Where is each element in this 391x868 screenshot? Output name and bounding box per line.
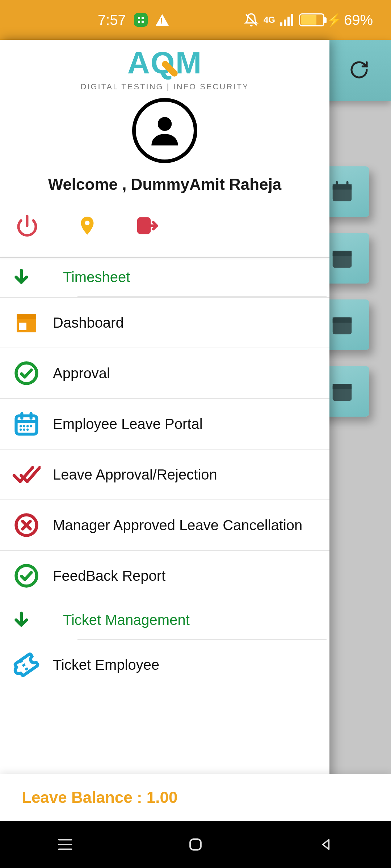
svg-rect-11 bbox=[336, 181, 338, 187]
battery-percent: 69% bbox=[344, 12, 373, 28]
chevron-down-icon bbox=[12, 610, 30, 630]
calendar-icon bbox=[12, 410, 41, 438]
svg-point-34 bbox=[26, 425, 29, 427]
svg-rect-6 bbox=[284, 20, 286, 26]
menu-list-ticket: Ticket Employee bbox=[0, 640, 329, 690]
warning-icon bbox=[156, 14, 169, 26]
menu-item-elp[interactable]: Employee Leave Portal bbox=[0, 399, 329, 450]
svg-line-44 bbox=[20, 660, 28, 672]
network-label: 4G bbox=[264, 15, 275, 25]
svg-rect-1 bbox=[142, 17, 144, 19]
svg-point-38 bbox=[26, 429, 29, 431]
status-app-icon bbox=[134, 13, 148, 27]
svg-point-19 bbox=[158, 117, 172, 131]
svg-rect-2 bbox=[138, 21, 140, 23]
menu-item-ticket-employee[interactable]: Ticket Employee bbox=[0, 640, 329, 690]
menu-list: Dashboard Approval Employee Leave Portal… bbox=[0, 297, 329, 601]
logout-button[interactable] bbox=[135, 213, 160, 238]
menu-item-feedback[interactable]: FeedBack Report bbox=[0, 551, 329, 601]
svg-point-37 bbox=[23, 429, 25, 431]
sync-icon[interactable] bbox=[349, 60, 369, 81]
svg-rect-25 bbox=[17, 314, 36, 319]
svg-rect-5 bbox=[280, 22, 282, 26]
logo: AQM DIGITAL TESTING | INFO SECURITY bbox=[80, 45, 249, 92]
menu-label: FeedBack Report bbox=[53, 568, 165, 584]
action-row bbox=[0, 193, 329, 249]
svg-point-32 bbox=[20, 425, 22, 427]
nav-drawer: AQM DIGITAL TESTING | INFO SECURITY Welc… bbox=[0, 40, 329, 821]
menu-label: Employee Leave Portal bbox=[53, 416, 203, 432]
menu-item-lar[interactable]: Leave Approval/Rejection bbox=[0, 450, 329, 500]
svg-point-36 bbox=[20, 429, 22, 431]
svg-rect-16 bbox=[333, 318, 352, 323]
menu-item-approval[interactable]: Approval bbox=[0, 348, 329, 399]
signal-icon bbox=[280, 14, 294, 26]
menu-label: Leave Approval/Rejection bbox=[53, 467, 217, 483]
menu-label: Dashboard bbox=[53, 315, 124, 331]
svg-rect-14 bbox=[333, 251, 352, 256]
power-button[interactable] bbox=[14, 213, 40, 238]
svg-rect-10 bbox=[333, 184, 352, 190]
leave-balance-text: Leave Balance : 1.00 bbox=[22, 788, 177, 807]
menu-label: Manager Approved Leave Cancellation bbox=[53, 517, 302, 533]
logo-text: AQM bbox=[127, 45, 202, 81]
svg-rect-0 bbox=[138, 17, 140, 19]
status-time: 7:57 bbox=[98, 12, 126, 28]
nav-home-button[interactable] bbox=[174, 832, 217, 857]
section-header-timesheet[interactable]: Timesheet bbox=[0, 258, 329, 296]
status-left: 7:57 bbox=[98, 12, 169, 28]
status-right: 4G ⚡ 69% bbox=[244, 12, 373, 28]
system-navbar bbox=[0, 821, 391, 868]
battery-icon: ⚡ 69% bbox=[299, 12, 373, 28]
dashboard-icon bbox=[12, 309, 41, 337]
charging-icon: ⚡ bbox=[327, 13, 342, 27]
menu-item-malc[interactable]: Manager Approved Leave Cancellation bbox=[0, 500, 329, 551]
svg-rect-18 bbox=[333, 384, 352, 390]
svg-rect-7 bbox=[287, 17, 290, 26]
menu-item-dashboard[interactable]: Dashboard bbox=[0, 298, 329, 348]
x-circle-icon bbox=[12, 511, 41, 539]
section-header-ticket[interactable]: Ticket Management bbox=[0, 601, 329, 639]
welcome-text: Welcome , DummyAmit Raheja bbox=[41, 175, 289, 193]
menu-label: Approval bbox=[53, 365, 110, 382]
avatar bbox=[132, 98, 197, 163]
menu-label: Ticket Employee bbox=[53, 657, 159, 673]
logo-subtitle: DIGITAL TESTING | INFO SECURITY bbox=[80, 82, 249, 92]
nav-back-button[interactable] bbox=[304, 832, 348, 857]
svg-rect-12 bbox=[346, 181, 349, 187]
double-check-icon bbox=[12, 460, 41, 489]
svg-rect-3 bbox=[142, 21, 144, 23]
status-bar: 7:57 4G ⚡ 69% bbox=[0, 0, 391, 40]
check-circle-icon bbox=[12, 359, 41, 387]
check-circle-icon bbox=[12, 562, 41, 590]
section-title: Timesheet bbox=[63, 269, 130, 285]
svg-marker-49 bbox=[323, 840, 329, 850]
svg-rect-28 bbox=[16, 416, 37, 434]
svg-point-35 bbox=[30, 425, 32, 427]
svg-rect-8 bbox=[291, 14, 293, 26]
svg-point-21 bbox=[85, 221, 90, 225]
nav-recents-button[interactable] bbox=[43, 832, 87, 857]
chevron-down-icon bbox=[12, 267, 30, 287]
drawer-header: AQM DIGITAL TESTING | INFO SECURITY Welc… bbox=[0, 40, 329, 257]
mute-icon bbox=[244, 13, 258, 27]
svg-point-33 bbox=[23, 425, 25, 427]
svg-rect-26 bbox=[19, 323, 26, 330]
location-button[interactable] bbox=[75, 213, 100, 238]
svg-rect-48 bbox=[190, 839, 201, 850]
ticket-icon bbox=[12, 651, 41, 679]
section-title: Ticket Management bbox=[63, 612, 190, 628]
leave-balance-bar: Leave Balance : 1.00 bbox=[0, 774, 391, 821]
